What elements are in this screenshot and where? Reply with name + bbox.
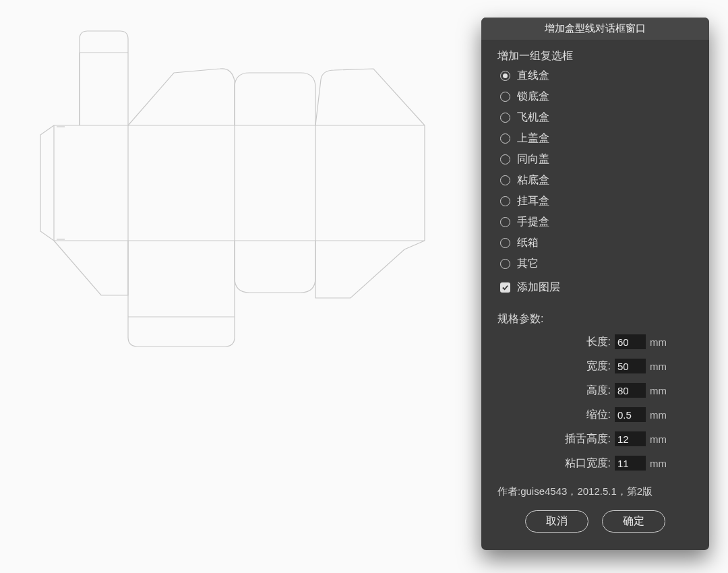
param-label: 缩位: bbox=[586, 408, 611, 422]
radio-airplane-box[interactable]: 飞机盒 bbox=[500, 111, 693, 125]
radio-icon bbox=[500, 175, 510, 185]
radio-carton[interactable]: 纸箱 bbox=[500, 236, 693, 250]
box-type-dialog: 增加盒型线对话框窗口 增加一组复选框 直线盒 锁底盒 飞机盒 上盖盒 同向盖 bbox=[481, 18, 709, 550]
param-unit: mm bbox=[650, 361, 673, 372]
param-unit: mm bbox=[650, 458, 673, 469]
param-unit: mm bbox=[650, 336, 673, 348]
radio-straight-box[interactable]: 直线盒 bbox=[500, 69, 693, 83]
radio-other[interactable]: 其它 bbox=[500, 257, 693, 271]
radio-label: 挂耳盒 bbox=[517, 194, 549, 208]
param-shrink: 缩位: mm bbox=[497, 407, 693, 422]
radio-label: 粘底盒 bbox=[517, 173, 549, 187]
radio-icon bbox=[500, 259, 510, 269]
param-label: 宽度: bbox=[586, 359, 611, 373]
cancel-button[interactable]: 取消 bbox=[525, 510, 588, 533]
radio-icon bbox=[500, 71, 510, 81]
param-glue-width: 粘口宽度: mm bbox=[497, 456, 693, 471]
radio-handle-box[interactable]: 手提盒 bbox=[500, 215, 693, 229]
param-label: 长度: bbox=[586, 335, 611, 349]
radio-label: 纸箱 bbox=[517, 236, 539, 250]
author-footer: 作者:guise4543，2012.5.1，第2版 bbox=[497, 485, 693, 498]
length-input[interactable] bbox=[615, 334, 646, 349]
param-label: 插舌高度: bbox=[565, 432, 611, 446]
radio-icon bbox=[500, 154, 510, 164]
shrink-input[interactable] bbox=[615, 407, 646, 422]
param-tuck-height: 插舌高度: mm bbox=[497, 431, 693, 446]
param-length: 长度: mm bbox=[497, 334, 693, 349]
dialog-button-row: 取消 确定 bbox=[497, 510, 693, 533]
radio-icon bbox=[500, 133, 510, 144]
dialog-title: 增加盒型线对话框窗口 bbox=[481, 18, 709, 40]
radio-icon bbox=[500, 217, 510, 227]
params-section-label: 规格参数: bbox=[497, 312, 693, 326]
radio-same-direction-cover[interactable]: 同向盖 bbox=[500, 152, 693, 167]
radio-top-cover-box[interactable]: 上盖盒 bbox=[500, 131, 693, 146]
radio-icon bbox=[500, 92, 510, 102]
radio-hang-ear-box[interactable]: 挂耳盒 bbox=[500, 194, 693, 208]
box-type-radio-list: 直线盒 锁底盒 飞机盒 上盖盒 同向盖 粘底盒 bbox=[500, 69, 693, 271]
ok-button[interactable]: 确定 bbox=[602, 510, 665, 533]
radio-glue-bottom-box[interactable]: 粘底盒 bbox=[500, 173, 693, 187]
param-label: 高度: bbox=[586, 384, 611, 398]
radio-icon bbox=[500, 196, 510, 206]
param-width: 宽度: mm bbox=[497, 359, 693, 373]
radio-label: 锁底盒 bbox=[517, 90, 549, 104]
param-height: 高度: mm bbox=[497, 383, 693, 398]
glue-width-input[interactable] bbox=[615, 456, 646, 471]
param-label: 粘口宽度: bbox=[565, 456, 611, 471]
height-input[interactable] bbox=[615, 383, 646, 398]
canvas-area bbox=[0, 0, 472, 573]
radio-label: 上盖盒 bbox=[517, 131, 549, 146]
add-layer-checkbox[interactable]: 添加图层 bbox=[500, 280, 693, 295]
param-unit: mm bbox=[650, 385, 673, 396]
radio-label: 同向盖 bbox=[517, 152, 549, 167]
param-unit: mm bbox=[650, 409, 673, 421]
radio-label: 飞机盒 bbox=[517, 111, 549, 125]
radio-group-label: 增加一组复选框 bbox=[497, 49, 693, 63]
box-dieline-drawing bbox=[0, 0, 472, 378]
radio-label: 其它 bbox=[517, 257, 539, 271]
checkbox-label: 添加图层 bbox=[517, 280, 560, 295]
param-unit: mm bbox=[650, 433, 673, 445]
radio-label: 直线盒 bbox=[517, 69, 549, 83]
radio-icon bbox=[500, 113, 510, 123]
tuck-height-input[interactable] bbox=[615, 431, 646, 446]
radio-lock-bottom-box[interactable]: 锁底盒 bbox=[500, 90, 693, 104]
radio-label: 手提盒 bbox=[517, 215, 549, 229]
width-input[interactable] bbox=[615, 359, 646, 373]
checkbox-icon bbox=[500, 282, 510, 293]
radio-icon bbox=[500, 238, 510, 248]
